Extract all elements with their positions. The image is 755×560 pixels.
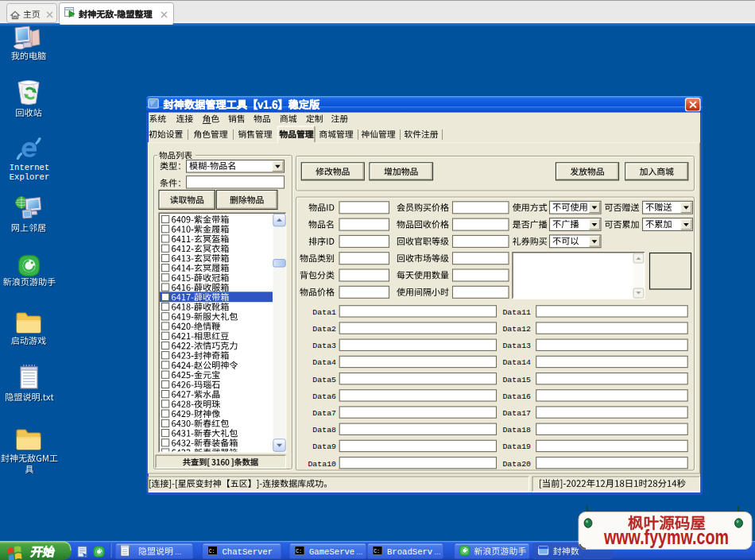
svg-text:Data4: Data4 xyxy=(312,358,336,367)
svg-text:C:: C: xyxy=(209,549,215,554)
svg-text:Internet: Internet xyxy=(10,163,49,172)
svg-text:ChatServer: ChatServer xyxy=(223,547,273,557)
svg-text:Data17: Data17 xyxy=(502,409,531,418)
svg-text:Data19: Data19 xyxy=(502,442,531,451)
svg-text:Data16: Data16 xyxy=(502,392,531,401)
svg-text:Data6: Data6 xyxy=(312,392,336,401)
svg-text:Data3: Data3 xyxy=(312,342,336,350)
svg-text:C:: C: xyxy=(296,549,302,554)
svg-text:Data15: Data15 xyxy=(502,376,531,384)
svg-text:C:: C: xyxy=(374,549,380,554)
svg-text:Data5: Data5 xyxy=(312,376,336,384)
svg-text:Data8: Data8 xyxy=(312,426,336,434)
svg-text:Data18: Data18 xyxy=(502,426,531,434)
svg-text:Explorer: Explorer xyxy=(10,172,49,182)
svg-text:Data13: Data13 xyxy=(502,342,531,350)
svg-text:Data14: Data14 xyxy=(502,358,531,367)
svg-text:...: ... xyxy=(175,547,181,556)
svg-text:Data10: Data10 xyxy=(308,460,336,469)
svg-text:GameServe: GameServe xyxy=(309,547,354,557)
svg-text:...: ... xyxy=(356,547,362,556)
svg-text:...: ... xyxy=(434,547,440,556)
svg-text:Data20: Data20 xyxy=(502,460,531,469)
svg-text:www.fyymw.com: www.fyymw.com xyxy=(603,526,729,548)
svg-text:BroadServ: BroadServ xyxy=(387,547,432,557)
svg-text:Data1: Data1 xyxy=(312,308,336,317)
svg-text:Data11: Data11 xyxy=(502,308,531,317)
svg-text:Data12: Data12 xyxy=(502,325,531,334)
svg-text:Data7: Data7 xyxy=(312,409,336,418)
svg-text:Data2: Data2 xyxy=(312,325,336,334)
svg-text:Data9: Data9 xyxy=(312,442,336,451)
